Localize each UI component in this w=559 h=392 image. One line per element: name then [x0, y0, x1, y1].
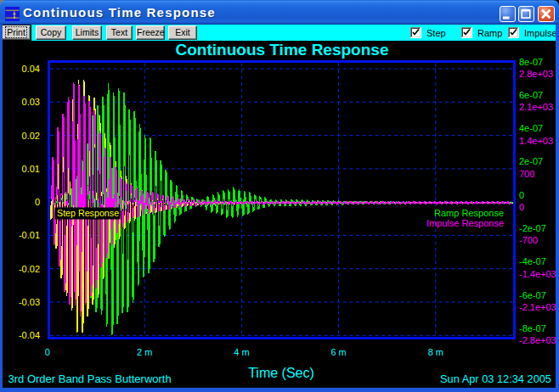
- svg-text:2 m: 2 m: [137, 347, 152, 357]
- svg-text:8 m: 8 m: [428, 347, 443, 357]
- svg-text:-2.8e+03: -2.8e+03: [519, 335, 556, 345]
- svg-text:Time (Sec): Time (Sec): [248, 366, 314, 380]
- svg-text:4 m: 4 m: [234, 347, 249, 357]
- svg-text:-0.02: -0.02: [19, 264, 40, 274]
- svg-text:4e-07: 4e-07: [519, 123, 543, 133]
- svg-text:-1.4e+03: -1.4e+03: [519, 269, 556, 279]
- svg-text:Sun Apr 03 12:34 2005: Sun Apr 03 12:34 2005: [440, 372, 551, 385]
- svg-text:2.1e+03: 2.1e+03: [519, 102, 553, 112]
- svg-text:-2.1e+03: -2.1e+03: [519, 302, 556, 312]
- svg-text:2.8e+03: 2.8e+03: [519, 69, 553, 79]
- svg-text:Step Response: Step Response: [57, 208, 119, 218]
- svg-text:-2e-07: -2e-07: [519, 223, 546, 233]
- svg-text:-0.04: -0.04: [19, 330, 40, 340]
- svg-text:0.02: 0.02: [22, 131, 40, 141]
- svg-text:6 m: 6 m: [330, 347, 346, 357]
- svg-text:0: 0: [35, 197, 40, 207]
- svg-text:-0.01: -0.01: [19, 230, 40, 240]
- svg-text:-6e-07: -6e-07: [519, 290, 546, 300]
- svg-text:-0.03: -0.03: [19, 297, 40, 307]
- svg-text:700: 700: [519, 169, 534, 179]
- svg-text:Impulse Response: Impulse Response: [426, 218, 504, 228]
- svg-text:-4e-07: -4e-07: [519, 256, 546, 266]
- svg-text:0.04: 0.04: [22, 64, 40, 74]
- svg-text:8e-07: 8e-07: [519, 57, 543, 67]
- svg-text:Ramp Response: Ramp Response: [434, 208, 504, 218]
- svg-text:0.01: 0.01: [22, 164, 40, 174]
- svg-text:0: 0: [519, 202, 524, 212]
- svg-text:-700: -700: [519, 235, 538, 245]
- svg-text:0.03: 0.03: [22, 97, 40, 107]
- svg-text:3rd Order Band Pass Butterwort: 3rd Order Band Pass Butterworth: [8, 372, 172, 385]
- svg-text:0: 0: [45, 347, 50, 357]
- svg-text:2e-07: 2e-07: [519, 156, 543, 166]
- svg-text:1.4e+03: 1.4e+03: [519, 136, 553, 146]
- svg-text:Continuous Time Response: Continuous Time Response: [176, 41, 389, 59]
- svg-text:6e-07: 6e-07: [519, 90, 543, 100]
- svg-text:-8e-07: -8e-07: [519, 323, 546, 333]
- svg-text:0: 0: [519, 190, 524, 200]
